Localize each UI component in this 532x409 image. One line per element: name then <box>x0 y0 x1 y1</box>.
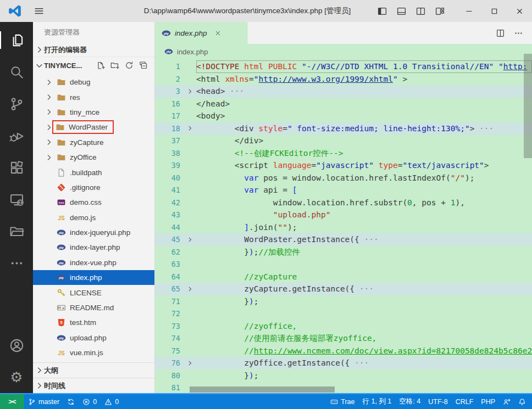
status-feedback[interactable] <box>499 394 514 409</box>
status-notifications[interactable] <box>514 394 530 409</box>
fold-chevron-icon[interactable] <box>186 122 196 135</box>
code-text[interactable]: <html xmlns="http://www.w3.org/1999/xhtm… <box>196 73 532 86</box>
code-text[interactable]: //zyCapture <box>196 271 532 283</box>
customize-layout-button[interactable] <box>430 3 450 19</box>
horizontal-scrollbar[interactable] <box>190 386 335 393</box>
php-icon: php <box>57 228 66 237</box>
fold-chevron-icon[interactable] <box>186 233 196 246</box>
collapse-all-button[interactable] <box>138 61 148 70</box>
status-sync[interactable] <box>63 394 79 409</box>
project-root-section[interactable]: TINYMCE... <box>33 57 154 74</box>
code-text[interactable]: zyCapture.getInstance({ ··· <box>196 283 532 295</box>
remote-indicator[interactable]: >< <box>0 394 24 409</box>
code-text[interactable]: <body> <box>196 110 532 122</box>
code-text[interactable]: //http://www.ncmem.com/doc/view.aspx?id=… <box>196 345 532 357</box>
code-text[interactable] <box>196 307 532 320</box>
tree-item-debug[interactable]: debug <box>33 75 154 89</box>
activity-item-remote-explorer[interactable] <box>0 183 33 215</box>
tree-item-WordPaster[interactable]: WordPaster <box>33 120 154 135</box>
split-editor-icon[interactable] <box>496 29 505 38</box>
status-encoding[interactable]: UTF-8 <box>424 394 451 409</box>
tree-item-index-layer.php[interactable]: phpindex-layer.php <box>33 240 154 255</box>
code-text[interactable]: }); <box>196 295 532 308</box>
code-line-73: 73 //zyoffice, <box>155 320 532 333</box>
activity-item-explorer[interactable] <box>0 24 33 56</box>
tree-item-tiny_mce[interactable]: tiny_mce <box>33 105 154 120</box>
tab-close-icon[interactable] <box>213 28 223 38</box>
code-text[interactable]: //使用前请在服务端部署zyoffice, <box>196 332 532 345</box>
fold-chevron-icon[interactable] <box>186 357 196 369</box>
status-warnings[interactable]: 0 <box>101 394 123 409</box>
code-text[interactable]: //zyoffice, <box>196 320 532 333</box>
status-cursor-position[interactable]: 行 1, 列 1 <box>359 394 396 409</box>
tree-item-index-vue.php[interactable]: phpindex-vue.php <box>33 255 154 270</box>
tab-index-php[interactable]: php index.php <box>155 22 248 44</box>
toggle-sidebar-button[interactable] <box>373 3 392 19</box>
code-text[interactable]: });//加载控件 <box>196 246 532 259</box>
code-editor[interactable]: 1<!DOCTYPE html PUBLIC "-//W3C//DTD XHTM… <box>155 59 532 393</box>
maximize-button[interactable] <box>481 0 507 22</box>
code-text[interactable]: </div> <box>196 135 532 147</box>
code-text[interactable]: var api = [ <box>196 184 532 197</box>
activity-item-search[interactable] <box>0 56 33 88</box>
timeline-section[interactable]: 时间线 <box>33 378 154 393</box>
tree-item-index.php[interactable]: phpindex.php <box>33 270 154 285</box>
tree-item-test.htm[interactable]: 5test.htm <box>33 315 154 330</box>
code-text[interactable]: <!--创建FCKEditor控件--> <box>196 147 532 160</box>
tree-item-vue.min.js[interactable]: JSvue.min.js <box>33 345 154 360</box>
code-text[interactable]: <head> ··· <box>196 85 532 98</box>
code-text[interactable]: ].join(""); <box>196 221 532 234</box>
code-text[interactable]: window.location.href.substr(0, pos + 1), <box>196 197 532 209</box>
status-language-mode[interactable]: PHP <box>477 394 499 409</box>
tree-item-zyOffice[interactable]: zyOffice <box>33 150 154 165</box>
tree-item-.buildpath[interactable]: .buildpath <box>33 165 154 180</box>
menu-icon[interactable] <box>33 5 45 17</box>
activity-item-source-control[interactable] <box>0 88 33 120</box>
status-indentation[interactable]: 空格: 4 <box>395 394 424 409</box>
code-text[interactable]: var pos = window.location.href.lastIndex… <box>196 172 532 184</box>
code-text[interactable]: <div style=" font-size:medium; line-heig… <box>196 122 532 135</box>
activity-item-more-views[interactable] <box>0 247 33 279</box>
toggle-panel-button[interactable] <box>392 3 411 19</box>
fold-chevron-icon[interactable] <box>186 283 196 295</box>
minimize-button[interactable] <box>456 0 481 22</box>
close-window-button[interactable] <box>507 0 532 22</box>
folder-icon <box>57 153 66 162</box>
outline-section[interactable]: 大纲 <box>33 362 154 378</box>
code-text[interactable]: <!DOCTYPE html PUBLIC "-//W3C//DTD XHTML… <box>196 60 532 73</box>
code-text[interactable]: WordPaster.getInstance({ ··· <box>196 233 532 246</box>
open-editors-section[interactable]: 打开的编辑器 <box>33 43 154 57</box>
activity-item-run-debug[interactable] <box>0 120 33 152</box>
tree-item-upload.php[interactable]: phpupload.php <box>33 330 154 345</box>
status-branch[interactable]: master <box>24 394 63 409</box>
new-file-button[interactable] <box>96 61 105 70</box>
tree-item-index-jqueryui.php[interactable]: phpindex-jqueryui.php <box>33 225 154 240</box>
activity-item-extensions[interactable] <box>0 152 33 183</box>
code-text[interactable]: zyOffice.getInstance({ ··· <box>196 357 532 369</box>
status-trae[interactable]: Trae <box>326 394 358 409</box>
toggle-secondary-sidebar-button[interactable] <box>411 3 430 19</box>
new-folder-button[interactable] <box>110 61 119 70</box>
tree-item-README.md[interactable]: README.md <box>33 300 154 315</box>
editor-more-actions-icon[interactable] <box>514 29 523 38</box>
tree-item-res[interactable]: res <box>33 89 154 104</box>
tree-item-LICENSE[interactable]: LICENSE <box>33 285 154 300</box>
code-text[interactable]: </head> <box>196 98 532 110</box>
activity-item-project-folder[interactable] <box>0 215 33 247</box>
activity-item-settings[interactable]: ⚙ <box>0 361 33 393</box>
vertical-scrollbar[interactable] <box>524 54 532 158</box>
refresh-button[interactable] <box>124 61 134 70</box>
code-text[interactable] <box>196 258 532 271</box>
tree-item-zyCapture[interactable]: zyCapture <box>33 135 154 150</box>
code-text[interactable]: }); <box>196 369 532 382</box>
fold-chevron-icon[interactable] <box>186 85 196 98</box>
status-eol[interactable]: CRLF <box>452 394 478 409</box>
code-text[interactable]: "upload.php" <box>196 209 532 221</box>
activity-item-account[interactable] <box>0 329 33 361</box>
tree-item-.gitignore[interactable]: .gitignore <box>33 180 154 195</box>
status-errors[interactable]: 0 <box>79 394 101 409</box>
tree-item-demo.js[interactable]: JSdemo.js <box>33 210 154 225</box>
tree-item-demo.css[interactable]: cssdemo.css <box>33 195 154 210</box>
code-text[interactable]: <script language="javascript" type="text… <box>196 159 532 172</box>
breadcrumb[interactable]: php index.php <box>155 44 532 59</box>
